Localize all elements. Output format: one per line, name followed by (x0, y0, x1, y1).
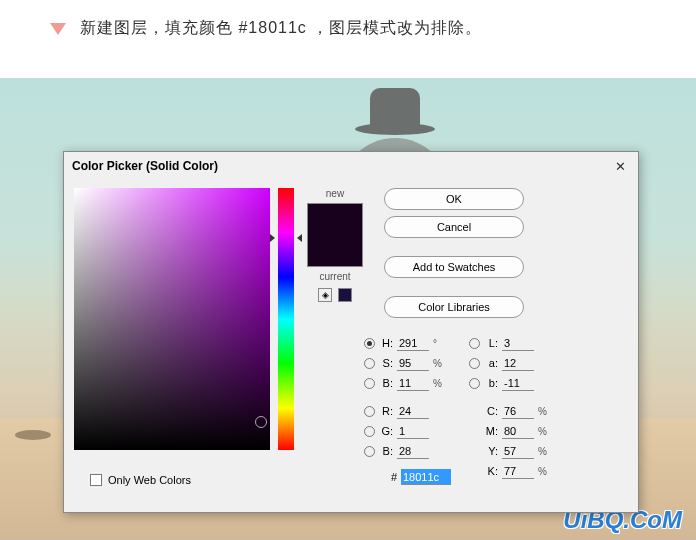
current-label: current (319, 271, 350, 282)
b-rgb-label: B: (379, 445, 393, 457)
instruction-text: 新建图层，填充颜色 #18011c ，图层模式改为排除。 (80, 18, 482, 39)
current-color-swatch[interactable] (308, 235, 362, 266)
b-rgb-input[interactable] (397, 443, 429, 459)
b-hsb-radio[interactable] (364, 378, 375, 389)
r-label: R: (379, 405, 393, 417)
cancel-button[interactable]: Cancel (384, 216, 524, 238)
g-input[interactable] (397, 423, 429, 439)
l-label: L: (484, 337, 498, 349)
c-label: C: (484, 405, 498, 417)
only-web-colors-checkbox[interactable] (90, 474, 102, 486)
a-input[interactable] (502, 355, 534, 371)
hex-input[interactable] (401, 469, 451, 485)
lab-cmyk-column: L: a: b: C:% M:% Y:% K:% (469, 335, 548, 485)
b-hsb-label: B: (379, 377, 393, 389)
close-button[interactable]: ✕ (611, 159, 630, 174)
hsb-rgb-column: H:° S:% B:% R: G: B: # (364, 335, 451, 485)
skateboard (15, 430, 51, 440)
m-label: M: (484, 425, 498, 437)
a-radio[interactable] (469, 358, 480, 369)
color-preview: new current ◈ (302, 188, 368, 450)
k-input[interactable] (502, 463, 534, 479)
k-label: K: (484, 465, 498, 477)
sv-cursor-icon (255, 416, 267, 428)
s-label: S: (379, 357, 393, 369)
c-input[interactable] (502, 403, 534, 419)
b-rgb-radio[interactable] (364, 446, 375, 457)
h-label: H: (379, 337, 393, 349)
r-radio[interactable] (364, 406, 375, 417)
add-to-swatches-button[interactable]: Add to Swatches (384, 256, 524, 278)
only-web-colors-label: Only Web Colors (108, 474, 191, 486)
color-picker-dialog: Color Picker (Solid Color) ✕ new current… (63, 151, 639, 513)
dialog-title: Color Picker (Solid Color) (72, 159, 218, 173)
new-label: new (326, 188, 344, 199)
only-web-colors-row: Only Web Colors (82, 474, 191, 486)
hue-slider[interactable] (278, 188, 294, 450)
new-color-swatch[interactable] (308, 204, 362, 235)
color-libraries-button[interactable]: Color Libraries (384, 296, 524, 318)
y-label: Y: (484, 445, 498, 457)
l-input[interactable] (502, 335, 534, 351)
mini-swatch[interactable] (338, 288, 352, 302)
color-values: H:° S:% B:% R: G: B: # L: a: b: C:% M:% … (364, 335, 548, 485)
h-input[interactable] (397, 335, 429, 351)
saturation-value-field[interactable] (74, 188, 270, 450)
h-radio[interactable] (364, 338, 375, 349)
b-hsb-input[interactable] (397, 375, 429, 391)
l-radio[interactable] (469, 338, 480, 349)
gamut-warning-icon[interactable]: ◈ (318, 288, 332, 302)
r-input[interactable] (397, 403, 429, 419)
dialog-titlebar[interactable]: Color Picker (Solid Color) ✕ (64, 152, 638, 180)
triangle-marker-icon (50, 23, 66, 35)
s-input[interactable] (397, 355, 429, 371)
hex-label: # (383, 471, 397, 483)
b-lab-radio[interactable] (469, 378, 480, 389)
instruction-bar: 新建图层，填充颜色 #18011c ，图层模式改为排除。 (0, 0, 696, 49)
s-radio[interactable] (364, 358, 375, 369)
a-label: a: (484, 357, 498, 369)
ok-button[interactable]: OK (384, 188, 524, 210)
preview-swatch (307, 203, 363, 267)
g-label: G: (379, 425, 393, 437)
m-input[interactable] (502, 423, 534, 439)
b-lab-input[interactable] (502, 375, 534, 391)
y-input[interactable] (502, 443, 534, 459)
g-radio[interactable] (364, 426, 375, 437)
b-lab-label: b: (484, 377, 498, 389)
